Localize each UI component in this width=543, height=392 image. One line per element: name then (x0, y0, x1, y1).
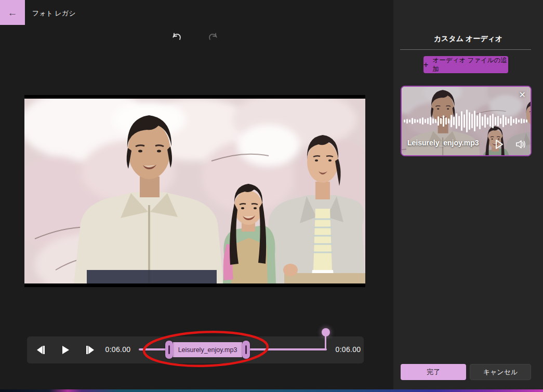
plus-icon: + (423, 61, 428, 69)
audio-filename: Leisurely_enjoy.mp3 (407, 139, 479, 147)
add-audio-file-button[interactable]: + オーディオ ファイルの追加 (423, 56, 508, 73)
undo-button[interactable] (170, 31, 184, 45)
app-title: フォト レガシ (32, 9, 75, 18)
playhead-stem[interactable] (325, 335, 326, 350)
end-time: 0:06.00 (334, 345, 363, 354)
audio-clip-segment[interactable]: Leisurely_enjoy.mp3 (173, 342, 242, 357)
preview-play-icon[interactable] (493, 139, 505, 150)
redo-button[interactable] (206, 31, 219, 45)
done-label: 完了 (427, 368, 440, 377)
panel-divider (400, 49, 531, 50)
audio-clip-label: Leisurely_enjoy.mp3 (178, 346, 237, 354)
cancel-button[interactable]: キャンセル (470, 364, 531, 380)
audio-track-card[interactable]: Leisurely_enjoy.mp3 ✕ (401, 86, 532, 156)
play-icon (61, 345, 70, 355)
bottom-gradient-strip (0, 389, 543, 392)
back-button[interactable]: ← (0, 0, 25, 25)
panel-title: カスタム オーディオ (393, 34, 543, 44)
photos-legacy-window: ← フォト レガシ オフライン ✕ (0, 0, 543, 392)
trim-handle-grip (168, 345, 170, 354)
video-preview[interactable] (24, 95, 365, 287)
previous-frame-button[interactable] (32, 343, 49, 357)
done-button[interactable]: 完了 (401, 364, 466, 380)
redo-icon (207, 32, 218, 44)
custom-audio-panel: カスタム オーディオ + オーディオ ファイルの追加 Leisurely_enj… (393, 0, 543, 392)
trim-handle-start[interactable] (165, 341, 173, 359)
cancel-label: キャンセル (483, 368, 518, 377)
video-frame-family-cherry-blossoms (24, 99, 365, 283)
undo-icon (171, 32, 183, 44)
back-arrow-icon: ← (8, 8, 18, 18)
current-time: 0:06.00 (103, 345, 133, 354)
playhead-knob[interactable] (322, 328, 330, 336)
play-button[interactable] (57, 343, 74, 357)
remove-audio-icon[interactable]: ✕ (519, 90, 526, 100)
next-frame-button[interactable] (82, 343, 99, 357)
playback-bar: 0:06.00 Leisurely_enjoy.mp3 0:06.00 (27, 336, 364, 363)
volume-icon[interactable] (515, 139, 526, 150)
trim-handle-end[interactable] (242, 341, 250, 359)
trim-handle-grip (245, 345, 247, 354)
next-frame-icon (85, 345, 96, 355)
add-audio-label: オーディオ ファイルの追加 (432, 56, 508, 74)
previous-frame-icon (35, 345, 46, 355)
